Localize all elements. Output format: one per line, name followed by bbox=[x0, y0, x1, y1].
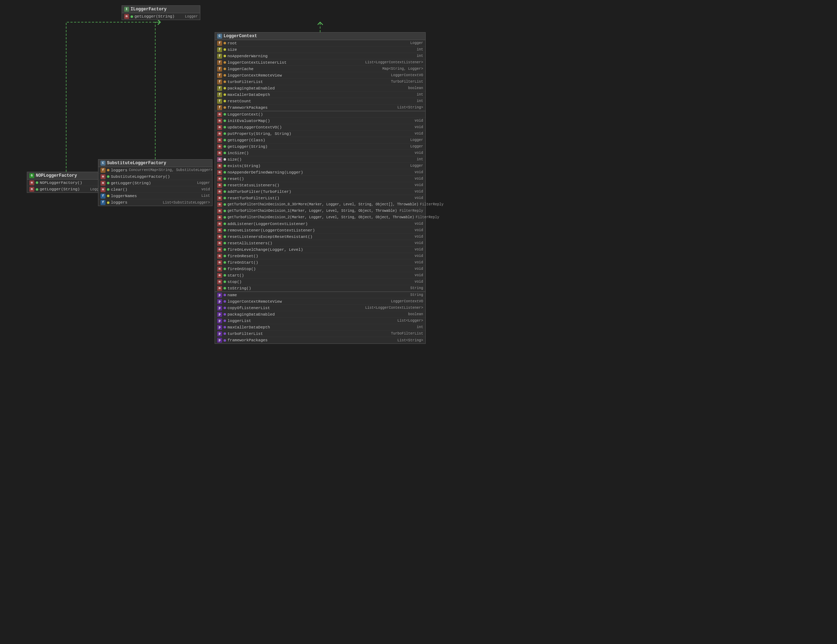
lc-incsize: m incSize() void bbox=[215, 150, 425, 156]
lc-fireonreset: m fireOnReset() void bbox=[215, 253, 425, 260]
vis-dot bbox=[223, 87, 226, 89]
m-badge: m bbox=[217, 176, 222, 181]
m-return: void bbox=[415, 177, 423, 181]
iloggerfactory-method-getlogger: m getLogger(String) Logger bbox=[122, 13, 200, 20]
lc-root: f root Logger bbox=[215, 40, 425, 46]
f-type: List<String> bbox=[397, 105, 423, 110]
lc-pname: p name String bbox=[215, 292, 425, 298]
m-return: Logger bbox=[410, 145, 423, 148]
vis-dot bbox=[223, 307, 226, 309]
sub-loggername: f loggerNames List bbox=[98, 193, 212, 199]
m-name: exists(String) bbox=[228, 164, 260, 168]
vis-dot bbox=[223, 139, 226, 141]
m-badge: m bbox=[217, 157, 222, 162]
m-return: FilterReply bbox=[400, 209, 423, 213]
loggercontext-header: C LoggerContext bbox=[215, 33, 425, 40]
iloggerfactory-badge: I bbox=[124, 7, 129, 12]
f-type: LoggerContextVO bbox=[391, 73, 423, 77]
lc-tostring: m toString() String bbox=[215, 285, 425, 292]
m-badge: m bbox=[217, 254, 222, 259]
m-return: void bbox=[415, 125, 423, 129]
p-badge: p bbox=[217, 299, 222, 304]
f-name: root bbox=[228, 41, 237, 46]
method-badge: m bbox=[30, 187, 34, 192]
vis-dot bbox=[223, 235, 226, 238]
p-type: String bbox=[410, 293, 423, 297]
f-badge: f bbox=[217, 99, 222, 104]
f-name: resetCount bbox=[228, 99, 251, 104]
m-badge: m bbox=[217, 266, 222, 271]
m-return: void bbox=[415, 170, 423, 174]
vis-dot bbox=[107, 169, 110, 171]
method-name: SubstituteLoggerFactory() bbox=[111, 174, 170, 179]
method-badge: m bbox=[30, 180, 34, 185]
vis-dot bbox=[223, 255, 226, 257]
p-name: turboFilterList bbox=[228, 332, 263, 336]
p-type: List<String> bbox=[397, 338, 423, 342]
vis-dot bbox=[223, 203, 226, 206]
iloggerfactory-header: I ILoggerFactory bbox=[122, 6, 200, 13]
m-badge: m bbox=[217, 228, 222, 233]
p-type: int bbox=[417, 325, 423, 329]
vis-dot bbox=[223, 171, 226, 174]
nop-constructor: m NOPLoggerFactory() bbox=[27, 180, 105, 186]
vis-dot bbox=[36, 181, 38, 184]
f-type: int bbox=[417, 93, 423, 97]
m-name: addListener(LoggerContextListener) bbox=[228, 222, 308, 226]
m-badge: m bbox=[217, 260, 222, 265]
m-badge: m bbox=[217, 196, 222, 201]
m-name: stop() bbox=[228, 280, 242, 284]
m-badge: m bbox=[217, 118, 222, 123]
f-name: maxCallerDataDepth bbox=[228, 93, 270, 97]
vis-dot bbox=[223, 339, 226, 342]
m-name: addTurboFilter(TurboFilter) bbox=[228, 190, 291, 194]
m-badge: m bbox=[217, 131, 222, 136]
m-name: removeListener(LoggerContextListener) bbox=[228, 228, 315, 233]
vis-dot bbox=[107, 188, 110, 191]
p-name: packagingDataEnabled bbox=[228, 312, 275, 317]
f-name: turboFilterList bbox=[228, 80, 263, 84]
m-name: putProperty(String, String) bbox=[228, 131, 291, 136]
m-badge: m bbox=[217, 144, 222, 149]
lc-resetturbofilterlist: m resetTurboFilterList() void bbox=[215, 195, 425, 201]
vis-dot bbox=[223, 42, 226, 44]
lc-packagingdata: f packagingDataEnabled boolean bbox=[215, 85, 425, 92]
m-badge: m bbox=[217, 125, 222, 130]
lc-resetalllisteners: m resetAllListeners() void bbox=[215, 240, 425, 246]
field-type: List<SubstituteLogger> bbox=[163, 201, 210, 205]
p-name: copyOfListenerList bbox=[228, 306, 270, 310]
m-badge: m bbox=[217, 189, 222, 194]
sub-field-loggers: f loggers ConcurrentMap<String, Substitu… bbox=[98, 167, 212, 174]
field-name: loggers bbox=[111, 168, 127, 172]
vis-dot bbox=[223, 126, 226, 128]
m-name: getTurboFilterChainDecision_0_3OrMore(Ma… bbox=[228, 202, 419, 207]
m-name: fireOnStart() bbox=[228, 260, 258, 265]
method-name: getLogger(String) bbox=[111, 181, 151, 185]
f-type: Map<String, Logger> bbox=[382, 67, 423, 71]
lc-size: f size int bbox=[215, 46, 425, 53]
vis-dot bbox=[107, 195, 110, 197]
m-badge: m bbox=[217, 273, 222, 278]
f-type: Logger bbox=[410, 41, 423, 45]
vis-dot bbox=[223, 229, 226, 232]
visibility-dot bbox=[131, 15, 133, 18]
f-badge: f bbox=[217, 86, 222, 91]
f-name: noAppenderWarning bbox=[228, 54, 268, 58]
vis-dot bbox=[223, 177, 226, 180]
m-return: int bbox=[417, 158, 423, 161]
p-badge: p bbox=[217, 292, 222, 298]
m-return: void bbox=[415, 267, 423, 271]
lc-pframeworkpackages: p frameworkPackages List<String> bbox=[215, 337, 425, 343]
lc-maxcallerdepth: f maxCallerDataDepth int bbox=[215, 92, 425, 98]
vis-dot bbox=[223, 100, 226, 102]
m-name: noAppenderDefinedWarning(Logger) bbox=[228, 170, 303, 174]
vis-dot bbox=[223, 94, 226, 96]
m-badge: m bbox=[217, 222, 222, 227]
m-name: reset() bbox=[228, 177, 244, 181]
f-badge: f bbox=[217, 47, 222, 52]
sub-loggers2: f loggers List<SubstituteLogger> bbox=[98, 199, 212, 206]
vis-dot bbox=[223, 55, 226, 57]
m-name: fireOnStop() bbox=[228, 267, 256, 271]
vis-dot bbox=[223, 332, 226, 335]
f-type: int bbox=[417, 99, 423, 103]
